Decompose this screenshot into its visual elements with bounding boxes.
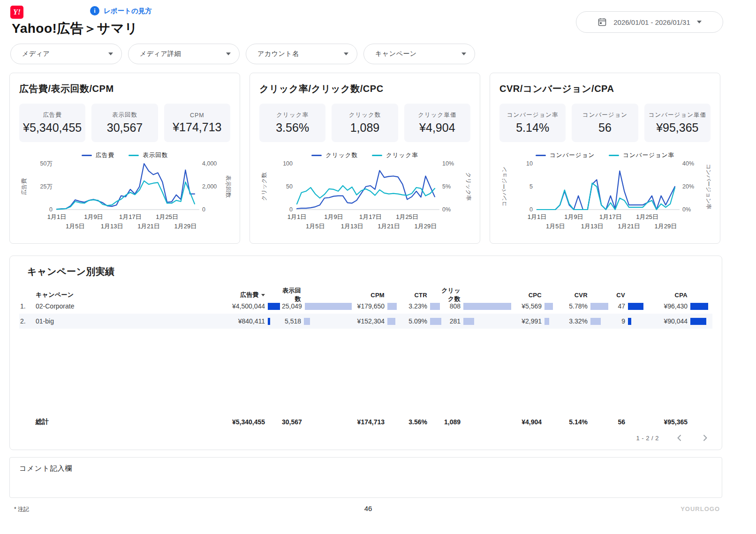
svg-text:25万: 25万: [40, 183, 53, 190]
legend-label: コンバージョン率: [623, 151, 674, 159]
table-row[interactable]: 1.02-Corporate¥4,500,04425,049¥179,6503.…: [19, 299, 712, 314]
conversions-cvr-line-chart[interactable]: 05100%20%40%コンバージョンコンバージョン率1月1日1月5日1月9日1…: [499, 160, 711, 236]
campaign-name: 01-big: [36, 317, 197, 325]
legend-label: 広告費: [96, 151, 115, 159]
metric-bar: [304, 318, 310, 325]
svg-text:0: 0: [529, 206, 533, 213]
card-title: 広告費/表示回数/CPM: [19, 83, 230, 95]
metric-bar: [544, 318, 549, 325]
chart-legend: クリック数クリック率: [259, 151, 470, 159]
scorecard-value: ¥95,365: [656, 121, 698, 135]
scorecard-value: ¥174,713: [173, 120, 221, 134]
filter-media[interactable]: メディア: [10, 44, 122, 64]
column-header[interactable]: 広告費: [197, 291, 282, 299]
metric-bar: [590, 318, 601, 325]
report-help-link[interactable]: i レポートの見方: [90, 6, 152, 15]
legend-swatch: [129, 155, 139, 156]
scorecard-value: 3.56%: [276, 121, 309, 135]
chevron-left-icon: [675, 434, 684, 442]
filter-campaign[interactable]: キャンペーン: [363, 44, 475, 64]
column-header[interactable]: CPC: [513, 292, 556, 299]
totals-value: 3.56%: [399, 418, 441, 426]
chevron-down-icon: [108, 53, 113, 55]
column-header[interactable]: CVR: [556, 292, 609, 299]
metric-value: ¥4,500,044: [197, 302, 265, 310]
column-header[interactable]: CPA: [645, 292, 709, 299]
legend-item[interactable]: クリック率: [372, 151, 418, 159]
filter-bar: メディア メディア詳細 アカウント名 キャンペーン: [10, 44, 475, 64]
legend-item[interactable]: コンバージョン率: [609, 151, 674, 159]
svg-text:1月9日: 1月9日: [564, 213, 583, 220]
spend-impressions-line-chart[interactable]: 025万50万02,0004,000広告費表示回数1月1日1月5日1月9日1月1…: [19, 160, 231, 236]
next-page-button[interactable]: [700, 433, 710, 443]
page-number: 46: [0, 504, 736, 512]
legend-swatch: [372, 155, 382, 156]
svg-text:1月5日: 1月5日: [306, 223, 325, 230]
legend-item[interactable]: コンバージョン: [536, 151, 595, 159]
svg-text:1月13日: 1月13日: [101, 223, 123, 230]
legend-item[interactable]: クリック数: [311, 151, 358, 159]
metric-value: ¥5,569: [513, 302, 542, 310]
metric-cell: ¥4,500,044: [197, 299, 282, 314]
date-range-value: 2026/01/01 - 2026/01/31: [613, 18, 690, 26]
help-link-label: レポートの見方: [104, 7, 152, 15]
comment-label: コメント記入欄: [19, 464, 712, 473]
metric-cell: 281: [441, 314, 513, 329]
scorecard-row: クリック率 3.56% クリック数 1,089 クリック単価 ¥4,904: [259, 104, 470, 142]
legend-label: クリック数: [325, 151, 358, 159]
filter-label: アカウント名: [257, 50, 299, 58]
card-title: CVR/コンバージョン/CPA: [499, 83, 711, 95]
metric-value: ¥840,411: [197, 317, 265, 325]
svg-text:0%: 0%: [682, 206, 691, 213]
yahoo-logo: Y!: [10, 6, 23, 19]
column-header[interactable]: CV: [609, 292, 645, 299]
scorecard-label: クリック率: [276, 111, 309, 119]
svg-text:40%: 40%: [682, 160, 694, 167]
svg-text:1月21日: 1月21日: [137, 223, 160, 230]
svg-text:1月5日: 1月5日: [66, 223, 84, 230]
svg-text:コンバージョン: コンバージョン: [501, 166, 507, 207]
legend-item[interactable]: 表示回数: [129, 151, 168, 159]
svg-text:10: 10: [526, 160, 533, 167]
metric-bar: [463, 318, 474, 325]
svg-text:20%: 20%: [682, 183, 694, 190]
card-ctr-clicks-cpc: クリック率/クリック数/CPC クリック率 3.56% クリック数 1,089 …: [249, 73, 480, 244]
filter-label: メディア: [22, 50, 50, 58]
metric-bar: [590, 303, 608, 310]
table-header-row: キャンペーン広告費表示回数CPMCTRクリック数CPCCVRCVCPA: [19, 286, 712, 299]
metric-cell: 5.09%: [399, 314, 441, 329]
totals-value: 1,089: [441, 418, 513, 426]
totals-value: ¥174,713: [353, 418, 399, 426]
metric-cell: ¥152,304: [353, 314, 399, 329]
previous-page-button[interactable]: [675, 433, 684, 443]
scorecard-value: 30,567: [107, 121, 143, 135]
svg-text:1月29日: 1月29日: [655, 223, 677, 230]
svg-text:1月17日: 1月17日: [359, 213, 382, 220]
metric-value: ¥179,650: [353, 302, 385, 310]
legend-item[interactable]: 広告費: [82, 151, 115, 159]
svg-text:0: 0: [202, 206, 205, 213]
column-header-campaign[interactable]: キャンペーン: [36, 291, 197, 299]
scorecard-conversions: コンバージョン 56: [572, 104, 638, 142]
svg-text:1月1日: 1月1日: [47, 213, 66, 220]
table-pagination: 1 - 2 / 2: [19, 430, 712, 446]
comment-box[interactable]: コメント記入欄: [9, 457, 722, 498]
svg-text:1月13日: 1月13日: [581, 223, 604, 230]
date-range-picker[interactable]: 2026/01/01 - 2026/01/31: [576, 11, 723, 33]
watermark-logo: YOURLOGO: [680, 505, 720, 512]
table-row[interactable]: 2.01-big¥840,4115,518¥152,3045.09%281¥2,…: [19, 314, 712, 329]
metric-bar: [305, 303, 352, 310]
svg-text:1月29日: 1月29日: [174, 223, 197, 230]
svg-text:1月25日: 1月25日: [636, 213, 658, 220]
filter-account-name[interactable]: アカウント名: [246, 44, 357, 64]
metric-cell: ¥840,411: [197, 314, 282, 329]
filter-media-detail[interactable]: メディア詳細: [128, 44, 240, 64]
column-header[interactable]: CPM: [353, 292, 399, 299]
column-header[interactable]: CTR: [399, 292, 441, 299]
metric-value: 5,518: [282, 317, 301, 325]
scorecard-cpc: クリック単価 ¥4,904: [404, 104, 470, 142]
clicks-ctr-line-chart[interactable]: 0501000%5%10%クリック数クリック率1月1日1月5日1月9日1月13日…: [259, 160, 471, 236]
chart-legend: 広告費表示回数: [19, 151, 230, 159]
chevron-right-icon: [701, 434, 709, 442]
table-totals-row: 総計¥5,340,45530,567¥174,7133.56%1,089¥4,9…: [19, 414, 712, 430]
